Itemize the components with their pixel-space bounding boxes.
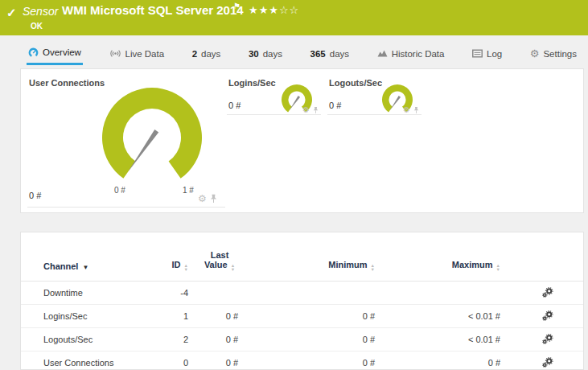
channel-id: 1 <box>166 305 190 328</box>
table-row: User Connections 0 0 # 0 # 0 # <box>21 352 583 370</box>
tab-label: days <box>330 49 349 59</box>
channel-last-value: 0 # <box>190 352 240 370</box>
tab-historic-data[interactable]: Historic Data <box>376 42 446 65</box>
channel-minimum <box>240 282 376 305</box>
log-icon <box>472 49 483 58</box>
table-row: Logouts/Sec 2 0 # 0 # < 0.01 # <box>21 328 583 352</box>
channel-name: User Connections <box>21 352 166 370</box>
column-header-channel[interactable]: Channel▼ <box>21 232 166 282</box>
channel-name: Logins/Sec <box>21 305 166 328</box>
column-header-last-value[interactable]: Last Value▲▼ <box>190 232 240 282</box>
tab-label: Overview <box>43 47 81 57</box>
sensor-header: ✓ Sensor WMI Microsoft SQL Server 2014 ⚑… <box>0 0 588 35</box>
sort-icon: ▲▼ <box>184 264 188 271</box>
channel-maximum <box>376 282 502 305</box>
gauge-logouts-sec: Logouts/Sec 0 # ⚙ <box>327 73 421 115</box>
channel-settings-icon[interactable] <box>542 334 553 344</box>
sort-desc-icon: ▼ <box>82 264 88 271</box>
gear-icon[interactable]: ⚙ <box>198 194 207 204</box>
status-badge: OK <box>31 22 43 31</box>
tab-label: Live Data <box>125 49 165 59</box>
gear-icon[interactable]: ⚙ <box>302 105 310 115</box>
pin-icon[interactable] <box>313 106 319 114</box>
gauge-current-value: 0 # <box>228 101 241 110</box>
gauge-title: Logins/Sec <box>228 78 276 88</box>
tab-label: Log <box>487 49 502 59</box>
channel-id: 0 <box>166 352 190 370</box>
channel-id: -4 <box>166 282 190 305</box>
page-title: WMI Microsoft SQL Server 2014 <box>62 3 244 17</box>
chart-icon <box>377 49 388 58</box>
tab-strip: Overview Live Data 2 days 30 days 365 da… <box>27 42 578 65</box>
gauge-icon <box>28 47 39 58</box>
pin-icon[interactable] <box>210 194 217 204</box>
column-header-maximum[interactable]: Maximum▲▼ <box>376 232 502 282</box>
gear-icon: ⚙ <box>530 49 540 59</box>
gauge-controls: ⚙ <box>302 105 319 115</box>
overview-gauges-panel: User Connections 0 # 1 # 0 # ⚙ Logins/Se… <box>20 68 584 213</box>
tab-overview[interactable]: Overview <box>27 42 83 65</box>
gauge-logins-sec: Logins/Sec 0 # ⚙ <box>227 73 321 115</box>
channel-last-value <box>190 282 240 305</box>
gauge-needle <box>390 96 401 110</box>
gauge-current-value: 0 # <box>29 191 41 200</box>
channel-settings-icon[interactable] <box>542 310 553 321</box>
gauge-needle <box>128 130 158 172</box>
channel-minimum: 0 # <box>240 305 376 328</box>
flag-icon[interactable]: ⚑ <box>233 2 241 10</box>
gauge-controls: ⚙ <box>403 105 419 115</box>
table-row: Logins/Sec 1 0 # 0 # < 0.01 # <box>21 305 583 328</box>
tab-number: 2 <box>192 49 197 59</box>
column-header-id[interactable]: ID▲▼ <box>166 232 190 282</box>
priority-stars[interactable]: ★★★☆☆ <box>249 4 299 16</box>
tab-label: days <box>263 49 282 59</box>
object-kind-label: Sensor <box>23 5 58 18</box>
gauge-scale-max: 1 # <box>183 186 194 195</box>
sort-icon: ▲▼ <box>496 264 500 271</box>
pin-icon[interactable] <box>413 106 419 114</box>
channel-id: 2 <box>166 328 190 352</box>
column-header-actions <box>502 232 583 282</box>
live-data-icon <box>109 49 121 58</box>
channel-settings-icon[interactable] <box>542 287 553 298</box>
tab-number: 365 <box>310 49 326 59</box>
table-header-row: Channel▼ ID▲▼ Last Value▲▼ Minimum▲▼ Max… <box>21 232 583 282</box>
tab-label: Settings <box>543 49 577 59</box>
gauge-current-value: 0 # <box>329 101 341 110</box>
channel-name: Logouts/Sec <box>21 328 166 352</box>
tab-settings[interactable]: ⚙ Settings <box>528 42 578 65</box>
sort-icon: ▲▼ <box>371 264 375 271</box>
tab-live-data[interactable]: Live Data <box>108 42 167 65</box>
channel-minimum: 0 # <box>240 352 376 370</box>
channel-name: Downtime <box>21 282 166 305</box>
tab-label: days <box>201 49 220 59</box>
channel-table-panel: Channel▼ ID▲▼ Last Value▲▼ Minimum▲▼ Max… <box>20 232 584 370</box>
gear-icon[interactable]: ⚙ <box>403 105 410 115</box>
gauge-user-connections: User Connections 0 # 1 # 0 # ⚙ <box>27 73 225 208</box>
stars-empty: ☆☆ <box>279 4 299 16</box>
column-header-minimum[interactable]: Minimum▲▼ <box>240 232 376 282</box>
tab-2-days[interactable]: 2 days <box>191 42 223 65</box>
gauge-needle <box>290 96 300 110</box>
tab-log[interactable]: Log <box>471 42 504 65</box>
channel-last-value: 0 # <box>190 328 240 352</box>
channel-maximum: < 0.01 # <box>376 328 502 352</box>
channel-settings-icon[interactable] <box>542 357 553 368</box>
status-check-icon: ✓ <box>6 6 17 20</box>
channel-maximum: < 0.01 # <box>376 305 502 328</box>
sensor-overview-page: ✓ Sensor WMI Microsoft SQL Server 2014 ⚑… <box>0 0 588 370</box>
stars-filled: ★★★ <box>249 4 279 16</box>
channel-minimum: 0 # <box>240 328 376 352</box>
tab-label: Historic Data <box>392 49 445 59</box>
gauge-controls: ⚙ <box>198 194 217 204</box>
tab-30-days[interactable]: 30 days <box>247 42 284 65</box>
sort-icon: ▲▼ <box>231 264 235 271</box>
channel-table: Channel▼ ID▲▼ Last Value▲▼ Minimum▲▼ Max… <box>21 232 583 370</box>
user-connections-gauge <box>72 69 232 190</box>
gauge-scale-min: 0 # <box>114 186 125 195</box>
channel-last-value: 0 # <box>190 305 240 328</box>
table-row: Downtime -4 <box>21 282 583 305</box>
tab-number: 30 <box>249 49 259 59</box>
tab-365-days[interactable]: 365 days <box>309 42 351 65</box>
channel-maximum: 0 # <box>376 352 502 370</box>
